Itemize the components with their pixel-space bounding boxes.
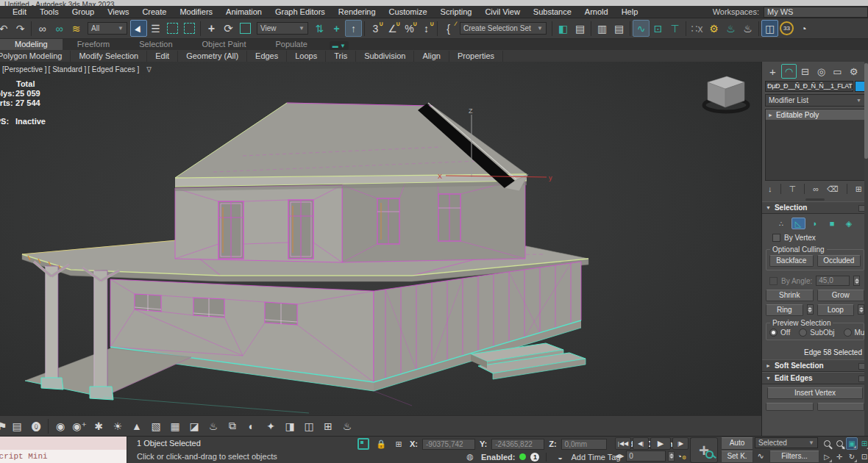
- select-and-rotate-icon[interactable]: ⟳: [220, 20, 237, 37]
- selection-filter-dropdown[interactable]: All▼: [88, 22, 127, 35]
- help-icon[interactable]: 🄌: [26, 417, 46, 435]
- configure-modifier-sets-icon[interactable]: ⊞: [855, 184, 862, 194]
- render-time-icon[interactable]: ◔: [795, 20, 812, 37]
- auto-key-button[interactable]: Auto: [721, 437, 753, 450]
- grid-add-icon[interactable]: ⊞: [319, 417, 338, 435]
- bind-to-spacewarp-icon[interactable]: ≋: [68, 20, 85, 37]
- make-unique-icon[interactable]: ∞: [813, 184, 819, 193]
- window-crossing-icon[interactable]: [181, 20, 198, 37]
- ribbon-tab-selection[interactable]: Selection: [124, 39, 187, 50]
- modifier-stack[interactable]: ► Editable Poly: [765, 109, 865, 181]
- ribbon-panel-subdivision[interactable]: Subdivision: [356, 51, 414, 62]
- selection-set-key-dropdown[interactable]: Selected▼: [755, 437, 818, 448]
- ribbon-options-icon[interactable]: ▬ ▼: [330, 41, 349, 50]
- menu-edit[interactable]: Edit: [6, 6, 33, 18]
- scene-explorer-icon[interactable]: ▤: [611, 20, 627, 37]
- loop-button[interactable]: Loop: [817, 304, 855, 316]
- absolute-mode-icon[interactable]: ⊞: [392, 438, 405, 450]
- select-and-manipulate-icon[interactable]: +: [328, 20, 345, 37]
- set-key-mode-button[interactable]: Set K.: [721, 451, 753, 463]
- fire-effect-icon[interactable]: ♨: [204, 417, 223, 435]
- menu-rendering[interactable]: Rendering: [332, 6, 383, 18]
- motion-tab-icon[interactable]: ◎: [814, 64, 829, 79]
- zoom-all-icon[interactable]: [833, 437, 845, 450]
- align-icon[interactable]: ▤: [572, 20, 588, 37]
- camera-icon[interactable]: ◉: [51, 417, 70, 435]
- video-panel-icon[interactable]: ◫: [299, 417, 319, 435]
- y-coord-field[interactable]: -24365,822: [491, 439, 544, 450]
- backface-button[interactable]: Backface: [769, 255, 814, 267]
- ring-button[interactable]: Ring: [766, 304, 803, 316]
- render-setup-icon[interactable]: ⚙: [705, 20, 722, 37]
- time-tag-icon[interactable]: ◒: [553, 451, 566, 463]
- time-configuration-icon[interactable]: ◔⚙: [677, 452, 686, 461]
- named-selection-sets-icon[interactable]: {∕: [440, 20, 457, 37]
- object-color-swatch[interactable]: [855, 81, 865, 92]
- ring-spinner[interactable]: [807, 304, 814, 315]
- rollout-selection[interactable]: ▼ Selection: [762, 201, 868, 214]
- edge-subobject-icon[interactable]: ◺: [791, 218, 805, 229]
- mute-icon[interactable]: ◍: [463, 451, 477, 463]
- angle-snap-icon[interactable]: ∠∪: [384, 20, 401, 37]
- object-name-field[interactable]: ĐµĐ_Đ__Ñ_Đ_Ñ_Ñ__1_FLAT_PART: [765, 81, 853, 92]
- ribbon-panel-properties[interactable]: Properties: [449, 51, 503, 62]
- occluded-button[interactable]: Occluded: [817, 255, 861, 267]
- insert-vertex-button[interactable]: Insert Vertex: [767, 387, 863, 399]
- panel-icon[interactable]: ◨: [280, 417, 299, 435]
- polygon-subobject-icon[interactable]: ■: [825, 218, 839, 229]
- loop-spinner[interactable]: [858, 304, 864, 315]
- x-coord-field[interactable]: -90375,742: [422, 439, 475, 450]
- bulb-outline-icon[interactable]: ✦: [261, 417, 280, 435]
- menu-scripting[interactable]: Scripting: [434, 6, 479, 18]
- menu-help[interactable]: Help: [615, 6, 645, 18]
- ribbon-panel-align[interactable]: Align: [414, 51, 449, 62]
- by-angle-value[interactable]: 45,0: [816, 276, 850, 286]
- play-button[interactable]: ▶: [650, 437, 671, 450]
- palette-icon[interactable]: ◐: [242, 417, 261, 435]
- current-frame-field[interactable]: 0: [626, 451, 666, 462]
- ribbon-panel-edges[interactable]: Edges: [247, 51, 287, 62]
- camera-add-icon[interactable]: ◉⁺: [70, 417, 89, 435]
- vertex-subobject-icon[interactable]: ∴: [775, 218, 789, 229]
- isolate-selection-icon[interactable]: [357, 438, 370, 450]
- rollout-edit-edges[interactable]: ▼ Edit Edges: [762, 372, 868, 384]
- redo-icon[interactable]: ↷: [12, 20, 29, 37]
- snap-toggle-3d-icon[interactable]: 3∪: [367, 20, 384, 37]
- use-pivot-center-icon[interactable]: ⇅: [311, 20, 328, 37]
- next-frame-button[interactable]: |▶: [672, 437, 689, 450]
- menu-animation[interactable]: Animation: [219, 6, 268, 18]
- modify-tab-icon[interactable]: ◠: [781, 64, 797, 79]
- pin-stack-icon[interactable]: ↓: [768, 184, 772, 193]
- key-mode-icon[interactable]: ◀▶: [615, 453, 624, 459]
- previous-frame-button[interactable]: ◀|: [633, 437, 649, 450]
- utilities-tab-icon[interactable]: ⚙: [846, 64, 861, 79]
- menu-graph-editors[interactable]: Graph Editors: [268, 6, 332, 18]
- set-keys-button[interactable]: +: [690, 437, 718, 463]
- menu-group[interactable]: Group: [65, 6, 102, 18]
- rollout-soft-selection[interactable]: ► Soft Selection: [762, 359, 868, 372]
- select-and-scale-icon[interactable]: [237, 20, 254, 37]
- select-object-icon[interactable]: ▶: [130, 20, 147, 37]
- field-of-view-icon[interactable]: ▷: [821, 451, 833, 463]
- schematic-view-icon[interactable]: ⊡: [650, 20, 666, 37]
- ribbon-panel-geometry-all[interactable]: Geometry (All): [178, 51, 247, 62]
- zoom-extents-icon[interactable]: ▣: [846, 437, 858, 450]
- hierarchy-tab-icon[interactable]: ⊟: [797, 64, 813, 79]
- foliage-sheet-icon[interactable]: ▧: [146, 417, 166, 435]
- zoom-extents-all-icon[interactable]: ⊞: [858, 437, 868, 450]
- percent-snap-icon[interactable]: %∪: [401, 20, 418, 37]
- selection-region-icon[interactable]: [164, 20, 181, 37]
- layer-manager-icon[interactable]: ▥: [594, 20, 611, 37]
- ribbon-panel-polygon-modeling[interactable]: Polygon Modeling: [0, 51, 71, 62]
- snapshot-icon[interactable]: ∷x: [689, 20, 705, 37]
- view-cube[interactable]: [704, 76, 748, 112]
- render-iterations-icon[interactable]: 33: [778, 20, 795, 37]
- ribbon-tab-object-paint[interactable]: Object Paint: [188, 39, 261, 50]
- ribbon-tab-modeling[interactable]: Modeling: [0, 39, 63, 50]
- tree-sheet-icon[interactable]: ▦: [166, 417, 185, 435]
- workspace-dropdown[interactable]: My WS: [764, 7, 868, 18]
- zoom-icon[interactable]: [821, 437, 833, 450]
- viewport-shading-label[interactable]: [ Edged Faces ]: [88, 65, 139, 73]
- modifier-stack-entry[interactable]: ► Editable Poly: [766, 110, 864, 120]
- select-by-name-icon[interactable]: ☰: [147, 20, 164, 37]
